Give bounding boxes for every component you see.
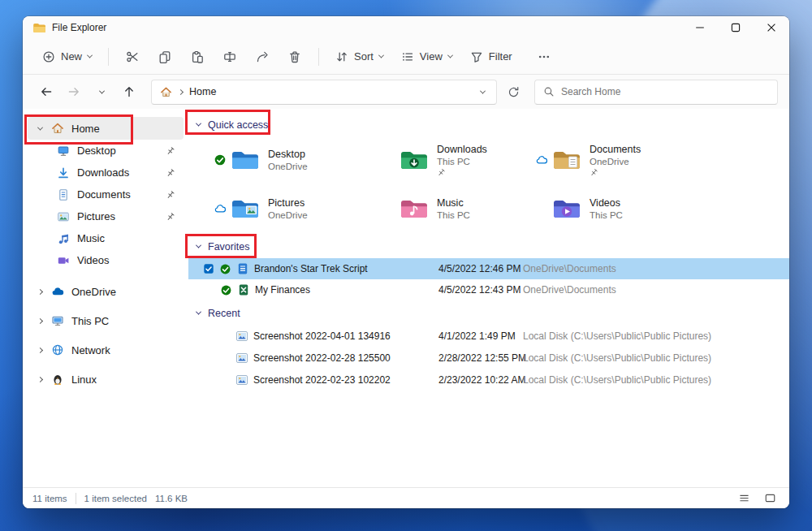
- file-location: Local Disk (C:\Users\Public\Public Pictu…: [523, 330, 789, 342]
- close-button[interactable]: [754, 16, 789, 39]
- file-row-selected[interactable]: Brandon's Star Trek Script 4/5/2022 12:4…: [188, 258, 789, 279]
- address-bar: Home: [23, 75, 789, 109]
- close-icon: [765, 21, 778, 34]
- refresh-button[interactable]: [500, 80, 526, 104]
- sidebar-item-downloads[interactable]: Downloads: [28, 162, 184, 183]
- new-label: New: [61, 50, 82, 63]
- videos-icon: [57, 254, 70, 267]
- copy-button[interactable]: [149, 44, 180, 70]
- tile-desktop[interactable]: Desktop OneDrive: [213, 140, 382, 180]
- quick-access-grid: Desktop OneDrive Downloads This PC: [213, 140, 789, 229]
- cut-button[interactable]: [117, 44, 148, 70]
- tile-videos[interactable]: Videos This PC: [534, 188, 789, 229]
- chevron-down-icon[interactable]: [480, 88, 486, 93]
- section-title: Recent: [208, 308, 240, 319]
- pin-icon: [437, 168, 446, 177]
- title-bar: File Explorer: [23, 16, 789, 39]
- tile-location: This PC: [590, 209, 623, 221]
- sidebar-item-documents[interactable]: Documents: [28, 183, 184, 205]
- details-view-toggle[interactable]: [734, 490, 754, 507]
- section-header-favorites[interactable]: Favorites: [188, 237, 789, 257]
- section-header-quick-access[interactable]: Quick access: [188, 115, 789, 135]
- file-row[interactable]: Screenshot 2022-02-23 102202 2/23/2022 1…: [188, 369, 789, 391]
- tile-music[interactable]: Music This PC: [382, 188, 534, 229]
- breadcrumb[interactable]: Home: [151, 80, 497, 105]
- sidebar-item-label: OneDrive: [71, 286, 116, 298]
- back-button[interactable]: [34, 80, 58, 104]
- search-input[interactable]: [561, 86, 769, 97]
- sidebar-item-onedrive[interactable]: OneDrive: [28, 279, 184, 304]
- sidebar-item-videos[interactable]: Videos: [28, 249, 184, 271]
- minimize-icon: [693, 21, 706, 34]
- delete-button[interactable]: [279, 44, 310, 70]
- section-header-recent[interactable]: Recent: [188, 304, 789, 323]
- downloads-folder-icon: [400, 148, 429, 172]
- chevron-right-icon[interactable]: [36, 378, 44, 382]
- ellipsis-icon: [538, 50, 551, 63]
- tile-location: OneDrive: [268, 209, 308, 221]
- sort-button[interactable]: Sort: [327, 44, 391, 70]
- sidebar-item-label: Desktop: [77, 145, 116, 157]
- arrow-up-icon: [123, 85, 136, 98]
- new-button[interactable]: New: [34, 44, 100, 70]
- file-row[interactable]: Screenshot 2022-04-01 134916 4/1/2022 1:…: [188, 325, 789, 347]
- maximize-button[interactable]: [718, 16, 754, 39]
- pin-icon: [166, 212, 175, 222]
- sidebar-item-label: Pictures: [77, 210, 115, 222]
- up-button[interactable]: [117, 80, 141, 104]
- filter-button[interactable]: Filter: [462, 44, 520, 70]
- tile-downloads[interactable]: Downloads This PC: [382, 140, 534, 180]
- file-name: Screenshot 2022-04-01 134916: [253, 330, 391, 342]
- tile-pictures[interactable]: Pictures OneDrive: [213, 188, 382, 229]
- forward-button[interactable]: [62, 80, 86, 104]
- section-title: Favorites: [208, 241, 249, 253]
- recent-list: Screenshot 2022-04-01 134916 4/1/2022 1:…: [188, 325, 789, 391]
- tile-name: Music: [437, 197, 470, 209]
- sort-icon: [335, 50, 348, 63]
- paste-icon: [191, 50, 204, 63]
- chevron-right-icon[interactable]: [36, 290, 44, 294]
- view-button[interactable]: View: [393, 44, 460, 70]
- sidebar-item-music[interactable]: Music: [28, 227, 184, 249]
- tile-documents[interactable]: Documents OneDrive: [534, 140, 789, 180]
- pin-icon: [590, 168, 598, 177]
- item-count: 11 items: [32, 494, 67, 503]
- large-thumbnails-toggle[interactable]: [760, 490, 780, 507]
- share-button[interactable]: [247, 44, 278, 70]
- checkbox-checked-icon[interactable]: [203, 263, 214, 274]
- file-date: 4/5/2022 12:46 PM: [438, 263, 523, 274]
- favorites-list: Brandon's Star Trek Script 4/5/2022 12:4…: [188, 258, 789, 300]
- chevron-down-icon: [378, 53, 384, 58]
- sidebar-item-home[interactable]: Home: [28, 117, 184, 140]
- trash-icon: [288, 50, 301, 63]
- selection-count: 1 item selected: [84, 494, 147, 503]
- sidebar-item-linux[interactable]: Linux: [28, 367, 184, 391]
- paste-button[interactable]: [182, 44, 213, 70]
- plus-circle-icon: [42, 50, 55, 63]
- thumbnail-view-icon: [764, 492, 776, 504]
- file-row[interactable]: My Finances 4/5/2022 12:43 PM OneDrive\D…: [188, 279, 789, 300]
- downloads-icon: [57, 166, 70, 179]
- sync-check-icon: [219, 263, 231, 275]
- sidebar-item-this-pc[interactable]: This PC: [28, 309, 184, 333]
- breadcrumb-home[interactable]: Home: [189, 86, 216, 97]
- file-name: Screenshot 2022-02-28 125500: [253, 352, 391, 364]
- sidebar-item-desktop[interactable]: Desktop: [28, 140, 184, 162]
- sidebar-item-pictures[interactable]: Pictures: [28, 205, 184, 227]
- chevron-right-icon[interactable]: [36, 319, 44, 323]
- file-date: 2/23/2022 10:22 AM: [438, 374, 523, 386]
- list-view-icon: [738, 492, 750, 504]
- sidebar-item-network[interactable]: Network: [28, 338, 184, 362]
- tile-name: Documents: [590, 144, 641, 156]
- file-location: OneDrive\Documents: [523, 263, 789, 274]
- chevron-right-icon[interactable]: [36, 348, 44, 352]
- file-row[interactable]: Screenshot 2022-02-28 125500 2/28/2022 1…: [188, 347, 789, 369]
- cloud-status-icon: [214, 202, 227, 215]
- minimize-button[interactable]: [682, 16, 718, 39]
- file-date: 4/1/2022 1:49 PM: [438, 330, 523, 342]
- see-more-button[interactable]: [529, 44, 559, 70]
- chevron-down-icon: [196, 242, 201, 248]
- chevron-down-icon[interactable]: [36, 127, 44, 131]
- recent-locations-button[interactable]: [89, 80, 114, 104]
- rename-button[interactable]: [214, 44, 245, 70]
